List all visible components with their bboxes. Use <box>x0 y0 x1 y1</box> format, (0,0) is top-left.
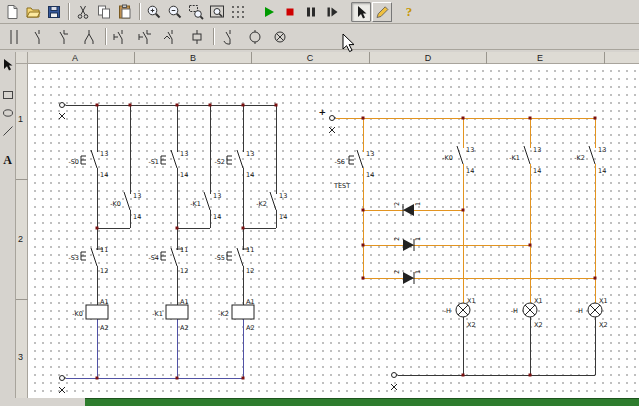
component-label: -K2 <box>574 154 585 162</box>
simulation-pause-button[interactable] <box>301 2 321 22</box>
relay-contact-K1[interactable] <box>524 146 530 164</box>
symbol-coil-button[interactable] <box>185 26 209 48</box>
component-label: X1 <box>534 297 543 305</box>
component-label: X1 <box>467 297 476 305</box>
left-circuit-wires <box>66 105 276 305</box>
symbol-conductor-button[interactable] <box>2 26 26 48</box>
simulation-run-button[interactable] <box>259 2 279 22</box>
diode-1[interactable] <box>403 204 414 216</box>
return-terminal[interactable] <box>391 373 398 391</box>
component-label: -S4 <box>148 254 159 262</box>
component-label: 13 <box>213 192 221 200</box>
diode-3[interactable] <box>403 272 414 284</box>
symbol-limit-switch-button[interactable] <box>160 26 184 48</box>
pointer-icon <box>353 4 369 20</box>
toolbar-separator <box>105 28 106 45</box>
right-circuit-return-wires <box>398 317 595 375</box>
diode-2[interactable] <box>403 239 414 251</box>
aux-contact-K2[interactable] <box>270 192 276 210</box>
rectangle-tool-button[interactable] <box>1 87 15 102</box>
help-button[interactable]: ? <box>399 2 419 22</box>
component-label: 14 <box>466 167 474 175</box>
line-tool-button[interactable] <box>1 123 15 138</box>
aux-contact-K0[interactable] <box>124 192 130 210</box>
ruler-tick <box>486 52 487 64</box>
step-forward-icon <box>324 4 340 20</box>
zoom-window-button[interactable] <box>186 2 206 22</box>
zoom-out-icon <box>167 4 183 20</box>
component-label: X2 <box>599 321 608 329</box>
component-label: -S5 <box>214 254 225 262</box>
component-label: -H <box>511 307 518 315</box>
cut-button[interactable] <box>73 2 93 22</box>
open-folder-icon <box>25 4 41 20</box>
component-label: 14 <box>133 213 141 221</box>
conductor-symbol-icon <box>3 28 25 46</box>
component-label: -K0 <box>72 310 83 318</box>
zoom-out-button[interactable] <box>165 2 185 22</box>
zoom-in-button[interactable] <box>144 2 164 22</box>
row-label-1: 1 <box>18 114 23 124</box>
symbol-motor-button[interactable] <box>243 26 267 48</box>
component-label: 13 <box>180 150 188 158</box>
component-label: 1 <box>414 270 422 274</box>
plus-supply-terminal[interactable] <box>329 116 336 134</box>
paste-button[interactable] <box>115 2 135 22</box>
symbol-lamp-button[interactable] <box>268 26 292 48</box>
simulation-step-button[interactable] <box>322 2 342 22</box>
component-label: A1 <box>246 298 255 306</box>
aux-contact-K1[interactable] <box>204 192 210 210</box>
coil-K2[interactable] <box>232 305 254 319</box>
simulation-stop-button[interactable] <box>280 2 300 22</box>
probe-mode-toggle[interactable] <box>351 2 371 22</box>
symbol-timed-contact-button[interactable] <box>218 26 242 48</box>
coil-K0[interactable] <box>86 305 108 319</box>
main-toolbar: ? <box>0 0 639 24</box>
symbol-changeover-button[interactable] <box>77 26 101 48</box>
pushbutton-S0[interactable] <box>81 150 97 168</box>
component-label: A1 <box>100 298 109 306</box>
grid-toggle-button[interactable] <box>228 2 248 22</box>
component-label: 11 <box>180 246 188 254</box>
component-label: -H <box>444 307 451 315</box>
relay-contact-K0[interactable] <box>457 146 463 164</box>
new-button[interactable] <box>2 2 22 22</box>
ruler-tick <box>16 179 28 180</box>
component-label: 14 <box>213 213 221 221</box>
ellipse-tool-button[interactable] <box>1 105 15 120</box>
component-label: -S2 <box>214 158 225 166</box>
zoom-fit-button[interactable] <box>207 2 227 22</box>
pushbutton-S6-test[interactable] <box>349 150 363 168</box>
component-label: -K2 <box>256 200 267 208</box>
component-label: X2 <box>534 321 543 329</box>
edit-mode-toggle[interactable] <box>372 2 392 22</box>
nc-contact-symbol-icon <box>53 28 75 46</box>
save-button[interactable] <box>44 2 64 22</box>
select-tool-button[interactable] <box>1 57 15 72</box>
schematic-canvas[interactable]: -S01314-K01314-S31112-K0A1A2-S11314-K113… <box>28 64 639 398</box>
relay-contact-K2[interactable] <box>589 146 595 164</box>
lamp-H3[interactable] <box>588 303 602 317</box>
component-label: 14 <box>366 171 374 179</box>
open-button[interactable] <box>23 2 43 22</box>
component-label: 13 <box>466 146 474 154</box>
ellipse-icon <box>2 107 14 119</box>
supply-terminal-bottom[interactable] <box>59 376 66 394</box>
text-tool-button[interactable]: A <box>1 153 15 168</box>
symbol-nc-contact-button[interactable] <box>52 26 76 48</box>
symbol-pushbutton-no-button[interactable] <box>110 26 134 48</box>
supply-terminal-top[interactable] <box>59 103 66 120</box>
component-label: -H <box>576 307 583 315</box>
symbol-pushbutton-nc-button[interactable] <box>135 26 159 48</box>
component-label: 13 <box>279 192 287 200</box>
copy-button[interactable] <box>94 2 114 22</box>
pushbutton-S1[interactable] <box>161 150 177 168</box>
component-label: A2 <box>180 324 189 332</box>
lamp-H1[interactable] <box>456 303 470 317</box>
clipboard-icon <box>117 4 133 20</box>
left-circuit[interactable] <box>59 103 276 394</box>
lamp-H2[interactable] <box>523 303 537 317</box>
pushbutton-S2[interactable] <box>227 150 243 168</box>
symbol-no-contact-button[interactable] <box>27 26 51 48</box>
coil-K1[interactable] <box>166 305 188 319</box>
